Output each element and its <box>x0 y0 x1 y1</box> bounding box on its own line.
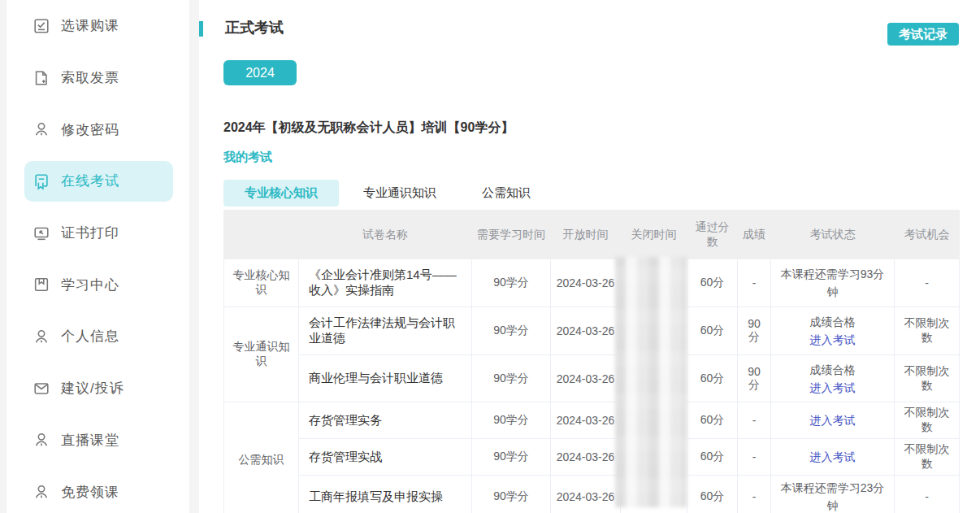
title-accent-bar <box>199 21 203 37</box>
score: 90分 <box>738 355 771 402</box>
category-cell: 专业通识知识 <box>224 307 299 402</box>
sidebar-item-label: 在线考试 <box>61 172 119 190</box>
sidebar-item-personal-info[interactable]: 个人信息 <box>24 316 173 357</box>
exam-status: 本课程还需学习23分钟 <box>771 476 895 513</box>
exam-status: 成绩合格 进入考试 <box>771 307 895 355</box>
sidebar-item-free-course[interactable]: 免费领课 <box>24 472 173 512</box>
sidebar-item-label: 修改密码 <box>61 120 119 139</box>
open-time: 2024-03-26 <box>551 402 621 439</box>
my-exams-link[interactable]: 我的考试 <box>223 150 272 165</box>
envelope-icon <box>33 380 50 398</box>
invoice-file-plus-icon <box>33 69 50 87</box>
course-title: 2024年【初级及无职称会计人员】培训【90学分】 <box>223 120 514 137</box>
person-icon <box>33 120 50 138</box>
open-time: 2024-03-26 <box>551 439 621 476</box>
table-row: 专业通识知识 会计工作法律法规与会计职业道德 90学分 2024-03-26 6… <box>224 307 960 355</box>
sidebar-item-change-password[interactable]: 修改密码 <box>24 109 173 150</box>
sidebar-item-live-classroom[interactable]: 直播课堂 <box>24 420 173 460</box>
exam-name: 存货管理实务 <box>299 402 472 439</box>
pass-score: 60分 <box>687 439 738 476</box>
person-icon <box>33 431 50 449</box>
year-filter-button[interactable]: 2024 <box>223 60 297 85</box>
study-time: 90学分 <box>472 439 551 476</box>
table-row: 公需知识 存货管理实务 90学分 2024-03-26 60分 - 进入考试 不… <box>224 402 960 439</box>
sidebar-item-label: 选课购课 <box>61 16 119 35</box>
sidebar-item-label: 个人信息 <box>61 327 119 346</box>
tab-public-knowledge[interactable]: 公需知识 <box>459 180 553 207</box>
exam-table: 试卷名称 需要学习时间 开放时间 关闭时间 通过分数 成绩 考试状态 考试机会 … <box>223 210 960 513</box>
col-open-time: 开放时间 <box>551 211 621 259</box>
col-score: 成绩 <box>738 211 771 259</box>
col-exam-chances: 考试机会 <box>895 211 960 259</box>
enter-exam-link[interactable]: 进入考试 <box>810 411 856 429</box>
exam-status: 成绩合格 进入考试 <box>771 355 895 402</box>
study-time: 90学分 <box>472 476 551 513</box>
tab-professional-general[interactable]: 专业通识知识 <box>340 180 459 207</box>
exam-status: 本课程还需学习93分钟 <box>771 259 895 307</box>
exam-chances: 不限制次数 <box>895 307 960 355</box>
enter-exam-link[interactable]: 进入考试 <box>810 331 856 349</box>
sidebar-item-suggestions[interactable]: 建议/投诉 <box>24 368 173 409</box>
study-time: 90学分 <box>472 259 551 307</box>
sidebar-item-label: 索取发票 <box>61 68 119 87</box>
pass-score: 60分 <box>687 476 738 513</box>
tab-professional-core[interactable]: 专业核心知识 <box>223 180 339 207</box>
exam-document-icon <box>33 172 50 190</box>
sidebar-item-label: 证书打印 <box>61 224 119 242</box>
col-exam-name: 试卷名称 <box>299 211 472 259</box>
exam-name: 会计工作法律法规与会计职业道德 <box>299 307 472 355</box>
sidebar-item-study-center[interactable]: 学习中心 <box>24 264 173 305</box>
study-time: 90学分 <box>472 402 551 439</box>
sidebar-item-course-purchase[interactable]: 选课购课 <box>24 6 173 46</box>
study-time: 90学分 <box>472 307 551 355</box>
exam-chances: 不限制次数 <box>895 439 960 476</box>
enter-exam-link[interactable]: 进入考试 <box>810 379 856 397</box>
status-text: 本课程还需学习23分钟 <box>776 479 889 513</box>
exam-page: 选课购课 索取发票 修改密码 在线考试 证书打印 <box>0 0 980 513</box>
sidebar-item-certificate-print[interactable]: 证书打印 <box>24 213 173 254</box>
sidebar-item-label: 直播课堂 <box>61 431 119 450</box>
status-text: 成绩合格 <box>810 313 856 331</box>
status-text: 成绩合格 <box>810 361 856 379</box>
exam-chances: - <box>895 476 960 513</box>
censored-blur-region <box>615 257 687 507</box>
col-exam-status: 考试状态 <box>771 211 895 259</box>
exam-chances: - <box>895 259 960 307</box>
exam-status: 进入考试 <box>771 402 895 439</box>
score: - <box>738 439 771 476</box>
person-icon <box>33 483 50 501</box>
score: - <box>738 402 771 439</box>
category-cell: 专业核心知识 <box>224 259 299 307</box>
exam-name: 工商年报填写及申报实操 <box>299 476 472 513</box>
exam-name: 存货管理实战 <box>299 439 472 476</box>
score: 90分 <box>738 307 771 355</box>
col-close-time: 关闭时间 <box>621 211 687 259</box>
bookmark-box-icon <box>33 276 50 293</box>
sidebar-item-online-exam[interactable]: 在线考试 <box>24 161 173 202</box>
score: - <box>738 476 771 513</box>
exam-name: 商业伦理与会计职业道德 <box>299 355 472 402</box>
pass-score: 60分 <box>687 259 738 307</box>
category-cell: 公需知识 <box>224 402 299 513</box>
sidebar-item-label: 建议/投诉 <box>61 379 124 398</box>
sidebar-item-label: 学习中心 <box>61 276 119 294</box>
certificate-monitor-icon <box>33 224 50 242</box>
col-pass-score: 通过分数 <box>687 211 738 259</box>
sidebar-item-label: 免费领课 <box>61 483 119 502</box>
table-row: 存货管理实战 90学分 2024-03-26 60分 - 进入考试 不限制次数 <box>224 439 960 476</box>
score: - <box>738 259 771 307</box>
exam-chances: 不限制次数 <box>895 355 960 402</box>
open-time: 2024-03-26 <box>551 476 621 513</box>
person-icon <box>33 328 50 346</box>
enter-exam-link[interactable]: 进入考试 <box>810 448 856 466</box>
exam-records-button[interactable]: 考试记录 <box>887 23 959 46</box>
sidebar: 选课购课 索取发票 修改密码 在线考试 证书打印 <box>7 0 189 513</box>
pass-score: 60分 <box>687 355 738 402</box>
exam-chances: 不限制次数 <box>895 402 960 439</box>
table-row: 商业伦理与会计职业道德 90学分 2024-03-26 60分 90分 成绩合格… <box>224 355 960 402</box>
table-header-row: 试卷名称 需要学习时间 开放时间 关闭时间 通过分数 成绩 考试状态 考试机会 <box>224 211 960 259</box>
col-study-time: 需要学习时间 <box>472 211 551 259</box>
open-time: 2024-03-26 <box>551 259 621 307</box>
sidebar-divider <box>189 0 199 513</box>
sidebar-item-invoice[interactable]: 索取发票 <box>24 58 173 98</box>
